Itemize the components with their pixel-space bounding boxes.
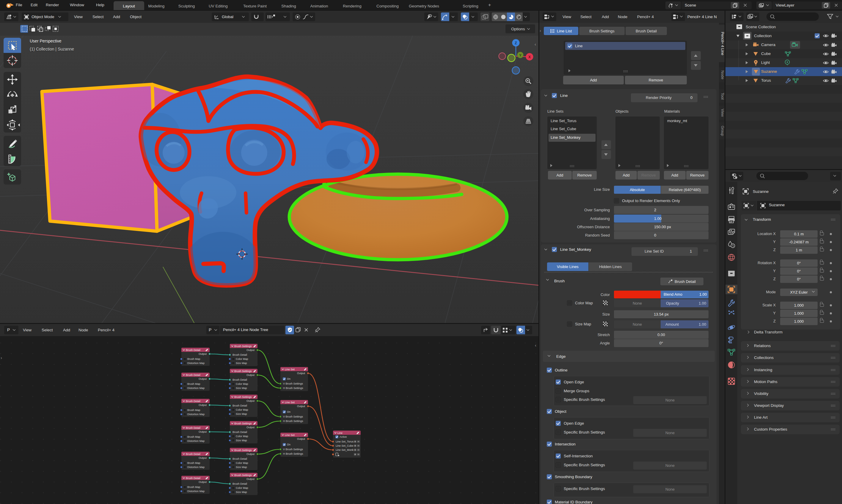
svg-text:V Brush Settings: V Brush Settings bbox=[283, 448, 303, 451]
svg-text:Distortion Map: Distortion Map bbox=[187, 362, 205, 365]
svg-text:Output: Output bbox=[246, 453, 255, 455]
svg-text:Y: Y bbox=[519, 54, 522, 57]
svg-text:Brush Map: Brush Map bbox=[187, 486, 200, 488]
svg-text:Brush Detail: Brush Detail bbox=[186, 427, 200, 429]
svg-text:Brush Detail: Brush Detail bbox=[186, 477, 200, 480]
svg-text:Z: Z bbox=[515, 41, 517, 45]
svg-text:Brush Map: Brush Map bbox=[187, 409, 200, 412]
svg-text:Brush Detail: Brush Detail bbox=[186, 453, 200, 455]
svg-text:Brush Map: Brush Map bbox=[187, 435, 200, 438]
svg-text:Output: Output bbox=[297, 372, 305, 375]
svg-text:Color Map: Color Map bbox=[236, 462, 248, 465]
svg-text:Brush Settings: Brush Settings bbox=[234, 345, 252, 348]
svg-text:Line: Line bbox=[337, 431, 343, 434]
svg-text:Color Map: Color Map bbox=[236, 486, 248, 489]
svg-text:Brush Map: Brush Map bbox=[187, 358, 200, 360]
svg-text:Output: Output bbox=[198, 430, 207, 433]
svg-text:Brush Detail: Brush Detail bbox=[186, 400, 200, 403]
svg-text:H Brush Settings: H Brush Settings bbox=[283, 420, 303, 422]
svg-text:H Brush Settings: H Brush Settings bbox=[283, 452, 303, 455]
svg-text:Distortion Map: Distortion Map bbox=[187, 386, 205, 390]
svg-text:Output: Output bbox=[246, 374, 255, 377]
svg-text:Brush Settings: Brush Settings bbox=[234, 449, 252, 452]
svg-text:Size Map: Size Map bbox=[236, 412, 247, 415]
svg-text:Line Set: Line Set bbox=[285, 368, 295, 371]
svg-text:Distortion Map: Distortion Map bbox=[187, 439, 205, 443]
svg-text:Line Set_Torus: Line Set_Torus bbox=[336, 440, 354, 443]
svg-text:Output: Output bbox=[297, 437, 305, 440]
svg-text:Distortion Map: Distortion Map bbox=[187, 466, 205, 469]
svg-text:Color Map: Color Map bbox=[236, 382, 248, 385]
svg-text:X: X bbox=[528, 55, 531, 59]
svg-text:On: On bbox=[287, 443, 291, 446]
svg-text:Brush Detail: Brush Detail bbox=[232, 457, 247, 460]
svg-text:Brush Detail: Brush Detail bbox=[232, 353, 247, 356]
svg-text:Size Map: Size Map bbox=[236, 466, 247, 469]
svg-text:Brush Settings: Brush Settings bbox=[234, 396, 252, 398]
svg-text:H Brush Settings: H Brush Settings bbox=[283, 386, 303, 390]
svg-text:Brush Map: Brush Map bbox=[187, 462, 200, 465]
svg-text:Color Map: Color Map bbox=[236, 435, 248, 438]
svg-text:V Brush Settings: V Brush Settings bbox=[283, 415, 303, 418]
svg-text:Brush Settings: Brush Settings bbox=[234, 370, 252, 373]
svg-text:Brush Settings: Brush Settings bbox=[234, 474, 252, 477]
svg-text:Brush Detail: Brush Detail bbox=[232, 482, 247, 485]
svg-text:Line Set_Cube: Line Set_Cube bbox=[336, 444, 353, 447]
svg-text:Size Map: Size Map bbox=[236, 386, 247, 390]
svg-text:Brush Settings: Brush Settings bbox=[234, 422, 252, 425]
svg-text:Output: Output bbox=[246, 399, 255, 402]
svg-text:Size Map: Size Map bbox=[236, 362, 247, 365]
svg-text:Distortion Map: Distortion Map bbox=[187, 490, 205, 493]
svg-text:Brush Detail: Brush Detail bbox=[232, 378, 247, 381]
svg-text:Output: Output bbox=[198, 353, 207, 355]
svg-text:Line Set: Line Set bbox=[285, 434, 295, 436]
svg-text:On: On bbox=[287, 410, 291, 413]
svg-text:Color Map: Color Map bbox=[236, 408, 248, 411]
svg-text:Size Map: Size Map bbox=[236, 491, 247, 493]
svg-text:Brush Detail: Brush Detail bbox=[186, 374, 200, 377]
svg-text:Size Map: Size Map bbox=[236, 439, 247, 442]
svg-text:Brush Detail: Brush Detail bbox=[186, 348, 200, 352]
svg-text:Brush Detail: Brush Detail bbox=[232, 404, 247, 407]
svg-text:Active: Active bbox=[339, 435, 347, 438]
svg-text:On: On bbox=[287, 377, 291, 380]
svg-text:Brush Detail: Brush Detail bbox=[232, 431, 247, 434]
svg-text:Output: Output bbox=[198, 377, 207, 380]
svg-text:Output: Output bbox=[198, 403, 207, 407]
svg-text:Color Map: Color Map bbox=[236, 358, 248, 360]
svg-text:Output: Output bbox=[198, 481, 207, 484]
svg-text:Output: Output bbox=[246, 426, 255, 429]
svg-text:Brush Map: Brush Map bbox=[187, 382, 200, 385]
svg-text:Output: Output bbox=[246, 348, 255, 352]
svg-text:Output: Output bbox=[246, 478, 255, 481]
svg-text:Distortion Map: Distortion Map bbox=[187, 413, 205, 416]
svg-text:Line Set_Monk: Line Set_Monk bbox=[336, 448, 354, 451]
svg-text:V Brush Settings: V Brush Settings bbox=[283, 382, 303, 385]
svg-text:Line Set: Line Set bbox=[285, 401, 295, 404]
svg-text:Output: Output bbox=[198, 456, 207, 460]
svg-text:Output: Output bbox=[297, 405, 305, 408]
